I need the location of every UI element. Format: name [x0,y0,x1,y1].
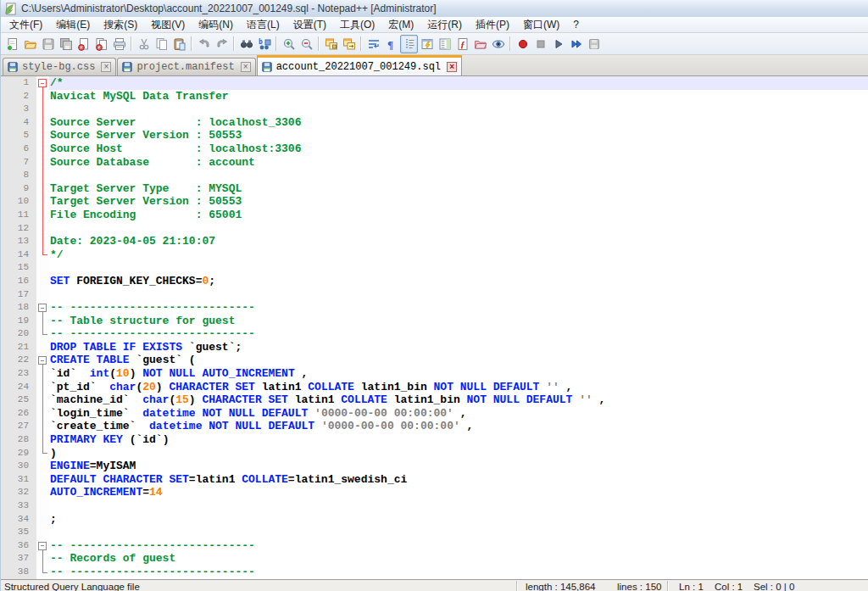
tab-project.manifest[interactable]: project.manifest× [117,58,255,75]
code-text[interactable]: `machine_id` char(15) CHARACTER SET lati… [49,393,868,407]
cut-button[interactable] [135,35,153,53]
code-text[interactable]: ) [49,447,868,460]
toolbar-separator [509,36,511,51]
editor-area[interactable]: 1/*2Navicat MySQL Data Transfer34Source … [1,75,868,579]
macro-stop-button[interactable] [531,35,549,53]
menu-item[interactable]: 编辑(E) [49,16,97,34]
code-text[interactable]: SET FOREIGN_KEY_CHECKS=0; [49,275,868,288]
menu-item[interactable]: 视图(V) [144,16,192,34]
menu-item[interactable]: 工具(O) [333,16,381,34]
menu-item[interactable]: 插件(P) [469,16,516,34]
code-text[interactable]: DROP TABLE IF EXISTS `guest`; [49,341,868,354]
menu-item[interactable]: 编码(N) [192,16,240,34]
macro-save-button[interactable] [585,35,603,53]
find-button[interactable] [237,35,255,53]
open-file-button[interactable] [21,35,39,53]
macro-record-button[interactable] [514,35,531,53]
menu-item[interactable]: 宏(M) [381,16,420,34]
fold-collapse-icon[interactable] [38,304,47,312]
code-line: 35 [1,526,868,539]
function-list-button[interactable]: ƒ [453,35,471,53]
word-wrap-button[interactable] [364,35,382,53]
menu-item[interactable]: 文件(F) [3,16,49,34]
code-text[interactable]: -- Table structure for guest [49,315,868,328]
code-text[interactable]: `login_time` datetime NOT NULL DEFAULT '… [49,407,868,421]
new-file-button[interactable] [3,35,21,53]
code-text[interactable]: `id` int(10) NOT NULL AUTO_INCREMENT , [49,367,868,381]
code-text[interactable]: CREATE TABLE `guest` ( [49,354,868,367]
macro-play-button[interactable] [549,35,567,53]
fold-margin [36,76,49,90]
code-text[interactable]: `create_time` datetime NOT NULL DEFAULT … [49,420,868,433]
code-text[interactable] [49,288,868,302]
code-text[interactable] [49,261,868,275]
code-text[interactable]: Source Server Version : 50553 [49,129,868,142]
menu-item[interactable]: ? [566,17,586,32]
code-text[interactable]: -- ---------------------------- [49,539,868,553]
save-button[interactable] [39,35,57,53]
sync-horizontal-scroll-button[interactable] [340,35,358,53]
replace-button[interactable]: b [255,35,273,53]
code-line: 22CREATE TABLE `guest` ( [1,354,868,367]
code-text[interactable] [49,169,868,182]
paste-button[interactable] [170,35,188,53]
code-text[interactable]: AUTO_INCREMENT=14 [49,486,868,499]
code-text[interactable]: */ [49,248,868,262]
code-text[interactable]: PRIMARY KEY (`id`) [49,433,868,447]
code-text[interactable]: -- Records of guest [49,552,868,566]
code-text[interactable]: Navicat MySQL Data Transfer [49,90,868,103]
macro-run-multiple-button[interactable] [567,35,585,53]
code-text[interactable]: File Encoding : 65001 [49,209,868,222]
tab-account_20221007_001249.sql[interactable]: account_20221007_001249.sql× [257,55,462,75]
code-text[interactable]: -- ---------------------------- [49,566,868,579]
code-text[interactable]: -- ---------------------------- [49,327,868,341]
fold-collapse-icon[interactable] [38,356,47,365]
fold-collapse-icon[interactable] [38,79,47,87]
show-all-characters-button[interactable]: ¶ [382,35,400,53]
code-text[interactable] [49,103,868,116]
menu-item[interactable]: 搜索(S) [97,16,144,34]
code-line: 1/* [1,76,868,90]
tab-style-bg.css[interactable]: style-bg.css× [3,58,116,75]
code-text[interactable]: -- ---------------------------- [49,301,868,315]
code-text[interactable] [49,526,868,539]
redo-button[interactable] [213,35,231,53]
code-text[interactable]: ENGINE=MyISAM [49,460,868,473]
code-text[interactable]: ; [49,513,868,527]
code-text[interactable] [49,222,868,236]
sync-vertical-scroll-button[interactable] [322,35,340,53]
code-text[interactable]: Target Server Type : MYSQL [49,182,868,196]
menu-item[interactable]: 设置(T) [287,16,333,34]
print-button[interactable] [110,35,128,53]
tab-close-icon[interactable]: × [241,62,251,72]
document-map-button[interactable] [436,35,453,53]
code-line: 30ENGINE=MyISAM [1,460,868,473]
zoom-in-button[interactable] [280,35,298,53]
menu-item[interactable]: 语言(L) [240,16,287,34]
doc-switcher-button[interactable] [418,35,436,53]
zoom-out-button[interactable] [298,35,315,53]
code-text[interactable]: Date: 2023-04-05 21:10:07 [49,235,868,248]
close-file-button[interactable] [75,35,92,53]
menu-item[interactable]: 运行(R) [420,16,469,34]
close-all-button[interactable] [92,35,110,53]
code-text[interactable]: Source Database : account [49,156,868,170]
code-text[interactable]: Target Server Version : 50553 [49,195,868,209]
fold-collapse-icon[interactable] [38,542,47,550]
save-all-button[interactable] [57,35,75,53]
code-text[interactable]: DEFAULT CHARACTER SET=latin1 COLLATE=lat… [49,473,868,487]
copy-button[interactable] [153,35,170,53]
code-text[interactable]: Source Server : localhost_3306 [49,116,868,130]
show-indent-guide-button[interactable] [400,35,418,53]
fold-margin [36,156,49,170]
monitoring-button[interactable] [489,35,507,53]
code-text[interactable]: `pt_id` char(20) CHARACTER SET latin1 CO… [49,381,868,394]
code-text[interactable]: /* [49,76,868,90]
folder-as-workspace-button[interactable] [471,35,489,53]
tab-close-icon[interactable]: × [447,62,457,72]
menu-item[interactable]: 窗口(W) [516,16,566,34]
code-text[interactable] [49,499,868,513]
tab-close-icon[interactable]: × [101,62,111,72]
undo-button[interactable] [195,35,213,53]
code-text[interactable]: Source Host : localhost:3306 [49,142,868,156]
